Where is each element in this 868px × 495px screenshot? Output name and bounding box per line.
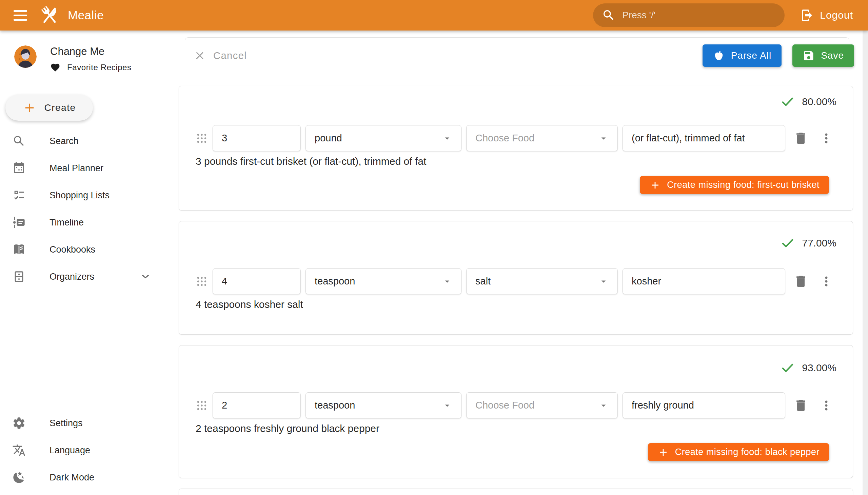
- favorite-recipes-link[interactable]: Favorite Recipes: [50, 62, 132, 72]
- dropdown-arrow-icon: [598, 133, 609, 143]
- sidebar-item-search[interactable]: Search: [0, 127, 162, 155]
- timeline-icon: [12, 216, 26, 229]
- cancel-button[interactable]: Cancel: [191, 49, 249, 62]
- sidebar-menu: Search Meal Planner Shopping Lists Timel…: [0, 127, 162, 290]
- unit-select[interactable]: teaspoon: [306, 268, 461, 294]
- food-select[interactable]: salt: [466, 268, 618, 294]
- delete-button[interactable]: [794, 274, 808, 289]
- dropdown-arrow-icon: [598, 276, 609, 287]
- close-icon: [193, 50, 206, 62]
- sidebar-item-settings[interactable]: Settings: [0, 410, 162, 437]
- ingredient-fields-row: teaspoon Choose Food: [195, 392, 836, 419]
- global-search[interactable]: [593, 3, 785, 27]
- trash-icon: [794, 398, 808, 413]
- confidence-value: 93.00%: [802, 362, 836, 374]
- ingredient-fields-row: pound Choose Food: [195, 125, 836, 151]
- create-label: Create: [44, 102, 75, 113]
- confidence-indicator: 93.00%: [781, 361, 836, 375]
- search-icon: [12, 134, 26, 148]
- quantity-input[interactable]: [212, 392, 301, 419]
- app-bar: Mealie Logout: [0, 0, 868, 31]
- dropdown-arrow-icon: [442, 133, 452, 143]
- dropdown-arrow-icon: [442, 400, 452, 411]
- logout-label: Logout: [820, 10, 853, 21]
- chevron-down-icon: [139, 270, 152, 284]
- avatar[interactable]: [14, 46, 37, 68]
- check-icon: [781, 236, 795, 250]
- note-input[interactable]: [623, 392, 785, 419]
- search-input[interactable]: [622, 10, 776, 21]
- app-title: Mealie: [68, 8, 104, 22]
- check-icon: [781, 361, 795, 375]
- apple-icon: [713, 50, 725, 62]
- checklist-icon: [12, 188, 26, 202]
- ingredient-card: 93.00% teaspoon Choose Food: [179, 345, 853, 478]
- confidence-value: 80.00%: [802, 96, 836, 107]
- plus-icon: [22, 101, 37, 115]
- plus-icon: [658, 446, 669, 458]
- quantity-input[interactable]: [212, 268, 301, 294]
- sidebar-item-language[interactable]: Language: [0, 437, 162, 464]
- create-button[interactable]: Create: [5, 95, 93, 121]
- create-missing-food-button[interactable]: Create missing food: black pepper: [648, 443, 829, 461]
- kebab-menu-icon: [820, 399, 833, 412]
- translate-icon: [12, 443, 26, 457]
- original-ingredient-text: 3 pounds first-cut brisket (or flat-cut)…: [195, 156, 426, 167]
- sidebar-item-shopping-lists[interactable]: Shopping Lists: [0, 182, 162, 209]
- hamburger-menu-icon[interactable]: [10, 6, 31, 25]
- drag-handle-icon[interactable]: [195, 275, 208, 288]
- ingredient-card: 77.00% teaspoon salt: [179, 221, 853, 335]
- drag-handle-icon[interactable]: [195, 132, 208, 145]
- sidebar-item-dark-mode[interactable]: Dark Mode: [0, 464, 162, 491]
- sidebar-item-timeline[interactable]: Timeline: [0, 209, 162, 236]
- ingredient-fields-row: teaspoon salt: [195, 268, 836, 294]
- scrollbar[interactable]: [863, 31, 868, 495]
- sidebar-divider: [0, 83, 162, 83]
- food-select[interactable]: Choose Food: [466, 125, 618, 151]
- more-options-button[interactable]: [820, 132, 833, 145]
- heart-icon: [50, 62, 61, 72]
- book-icon: [12, 243, 26, 256]
- sidebar-item-meal-planner[interactable]: Meal Planner: [0, 155, 162, 182]
- organizer-icon: [12, 270, 26, 284]
- create-missing-food-button[interactable]: Create missing food: first-cut brisket: [640, 176, 829, 194]
- favorite-recipes-label: Favorite Recipes: [67, 63, 132, 72]
- more-options-button[interactable]: [820, 399, 833, 412]
- unit-select[interactable]: pound: [306, 125, 461, 151]
- moon-icon: [12, 471, 26, 484]
- trash-icon: [794, 131, 808, 146]
- logout-icon: [800, 8, 814, 22]
- note-input[interactable]: [623, 125, 785, 151]
- original-ingredient-text: 2 teaspoons freshly ground black pepper: [195, 423, 379, 434]
- kebab-menu-icon: [820, 275, 833, 288]
- parse-all-button[interactable]: Parse All: [702, 45, 782, 67]
- note-input[interactable]: [623, 268, 785, 294]
- trash-icon: [794, 274, 808, 289]
- calendar-icon: [12, 161, 26, 175]
- check-icon: [781, 95, 795, 108]
- sidebar-item-organizers[interactable]: Organizers: [0, 263, 162, 290]
- ingredient-card: 80.00% pound Choose Food: [179, 86, 853, 210]
- sidebar: Change Me Favorite Recipes Create Search…: [0, 31, 162, 495]
- quantity-input[interactable]: [212, 125, 301, 151]
- save-icon: [803, 50, 815, 62]
- ingredient-card: [179, 489, 853, 495]
- delete-button[interactable]: [794, 131, 808, 146]
- confidence-indicator: 80.00%: [781, 95, 836, 108]
- dropdown-arrow-icon: [598, 400, 609, 411]
- plus-icon: [649, 180, 661, 191]
- confidence-value: 77.00%: [802, 237, 836, 249]
- sidebar-footer: Settings Language Dark Mode: [0, 410, 162, 491]
- logout-button[interactable]: Logout: [798, 8, 855, 22]
- drag-handle-icon[interactable]: [195, 399, 208, 412]
- more-options-button[interactable]: [820, 275, 833, 288]
- sidebar-item-cookbooks[interactable]: Cookbooks: [0, 236, 162, 263]
- save-button[interactable]: Save: [793, 45, 854, 67]
- unit-select[interactable]: teaspoon: [306, 392, 461, 419]
- dropdown-arrow-icon: [442, 276, 452, 287]
- food-select[interactable]: Choose Food: [466, 392, 618, 419]
- ingredient-list: 80.00% pound Choose Food: [179, 86, 853, 495]
- parser-toolbar: Cancel Parse All Save: [191, 45, 854, 67]
- delete-button[interactable]: [794, 398, 808, 413]
- original-ingredient-text: 4 teaspoons kosher salt: [195, 299, 303, 310]
